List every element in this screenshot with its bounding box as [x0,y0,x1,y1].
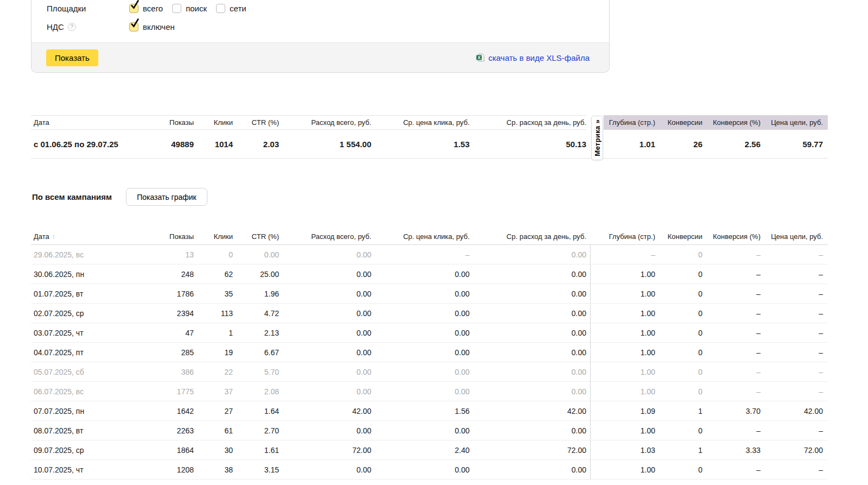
row-value: 0.00 [233,245,279,264]
row-metrika-value: 1.00 [604,362,655,381]
platforms-option-сети-label: сети [230,4,246,13]
filter-footer: Показать X скачать в виде XLS-файла [31,42,609,72]
row-value: 2263 [161,421,194,440]
row-value: 1208 [161,460,194,479]
campaigns-section-header: По всем кампаниям Показать график [32,188,207,206]
row-metrika-value: 1.00 [604,343,655,362]
row-metrika-value: – [604,245,655,264]
row-metrika-value: – [702,382,761,401]
row-value: 0.00 [371,362,470,381]
download-xls-link[interactable]: X скачать в виде XLS-файла [476,53,590,62]
row-metrika-value: 1 [655,440,702,459]
row-metrika-value: – [761,382,828,401]
summary-header-row: ДатаПоказыКликиCTR (%)Расход всего, руб.… [31,115,828,130]
summary-column-header: Клики [194,115,233,130]
row-metrika-value: 0 [655,382,702,401]
download-xls-label: скачать в виде XLS-файла [489,53,590,62]
row-metrika-value: – [702,421,761,440]
summary-metrika-value: 59.77 [761,130,828,158]
help-icon[interactable]: ? [68,23,76,31]
column-spacer [586,228,604,244]
row-value: 2.08 [233,382,279,401]
summary-column-header: Ср. цена клика, руб. [371,115,470,130]
row-value: 0.00 [371,343,470,362]
summary-metrika-column-header: Глубина (стр.) [604,115,655,130]
vat-label: НДС ? [47,22,129,32]
table-row: 10.07.2025, чт1208383.150.000.000.001.00… [31,460,828,480]
row-value: 0.00 [371,382,470,401]
row-value: 37 [194,382,233,401]
platforms-option-поиск[interactable]: поиск [172,4,207,13]
platforms-label: Площадки [47,4,129,13]
row-metrika-value: 1 [655,401,702,420]
platforms-option-всего-label: всего [143,4,163,13]
checkmark-icon [130,1,140,10]
daily-date-header-label: Дата [34,232,49,241]
daily-metrika-column-header: Глубина (стр.) [604,228,655,244]
row-value: 0.00 [279,343,371,362]
daily-metrika-column-header: Конверсии [655,228,702,244]
row-metrika-value: 0 [655,264,702,284]
row-value: 38 [194,460,233,479]
column-spacer [586,245,604,264]
row-value: 72.00 [279,440,371,459]
platforms-option-всего-checkbox[interactable] [129,4,138,13]
platforms-option-всего[interactable]: всего [129,4,163,13]
row-metrika-value: – [761,323,828,342]
row-value: 2.13 [233,323,279,342]
row-value: 1.64 [233,401,279,420]
row-metrika-value: 1.09 [604,401,655,420]
summary-column-header: Расход всего, руб. [279,115,371,130]
sort-ascending-icon: ↑ [52,232,56,241]
row-date: 10.07.2025, чт [31,460,161,479]
daily-table-body: 29.06.2025, вс1300.000.00–0.00–0––30.06.… [31,245,828,480]
svg-text:X: X [477,55,480,60]
row-value: 5.70 [233,362,279,381]
show-chart-button[interactable]: Показать график [126,188,207,206]
row-value: 62 [194,264,233,284]
row-metrika-value: – [702,343,761,362]
column-spacer [586,460,604,479]
row-value: 0.00 [470,284,586,303]
row-value: 1775 [161,382,194,401]
platforms-option-сети-checkbox[interactable] [216,4,225,13]
summary-value: 1014 [194,130,233,158]
row-metrika-value: 3.33 [702,440,761,459]
row-date: 03.07.2025, чт [31,323,161,342]
daily-column-header: Расход всего, руб. [279,228,371,244]
platforms-option-поиск-checkbox[interactable] [172,4,181,13]
row-value: 4.72 [233,304,279,323]
row-metrika-value: 1.03 [604,440,655,459]
summary-column-header: CTR (%) [233,115,279,130]
row-date: 30.06.2025, пн [31,264,161,284]
platforms-option-сети[interactable]: сети [216,4,246,13]
vat-option-включен-label: включен [143,22,175,32]
column-spacer [586,304,604,323]
row-date: 06.07.2025, вс [31,382,161,401]
platforms-options: всегопоисксети [129,4,256,13]
row-value: 27 [194,401,233,420]
row-value: – [371,245,470,264]
summary-value: 50.13 [470,130,586,158]
daily-date-column-header[interactable]: Дата↑ [31,228,161,244]
row-metrika-value: – [702,362,761,381]
row-date: 05.07.2025, сб [31,362,161,381]
summary-column-header: Дата [31,115,161,130]
metrika-panel-toggle[interactable]: Метрика » [591,116,603,160]
row-date: 07.07.2025, пн [31,401,161,420]
row-date: 08.07.2025, вт [31,421,161,440]
row-metrika-value: – [702,245,761,264]
show-button[interactable]: Показать [46,49,98,66]
row-value: 0.00 [279,304,371,323]
vat-option-включен[interactable]: включен [129,22,175,32]
table-row: 09.07.2025, ср1864301.6172.002.4072.001.… [31,440,828,460]
row-value: 0.00 [371,421,470,440]
row-date: 04.07.2025, пт [31,343,161,362]
filter-body: Площадки всегопоисксети НДС ? включен [31,0,609,42]
row-value: 0.00 [371,284,470,303]
row-metrika-value: – [761,245,828,264]
vat-option-включен-checkbox[interactable] [129,22,138,32]
row-metrika-value: 0 [655,343,702,362]
checkmark-icon [130,19,140,29]
summary-period: с 01.06.25 по 29.07.25 [31,130,161,158]
